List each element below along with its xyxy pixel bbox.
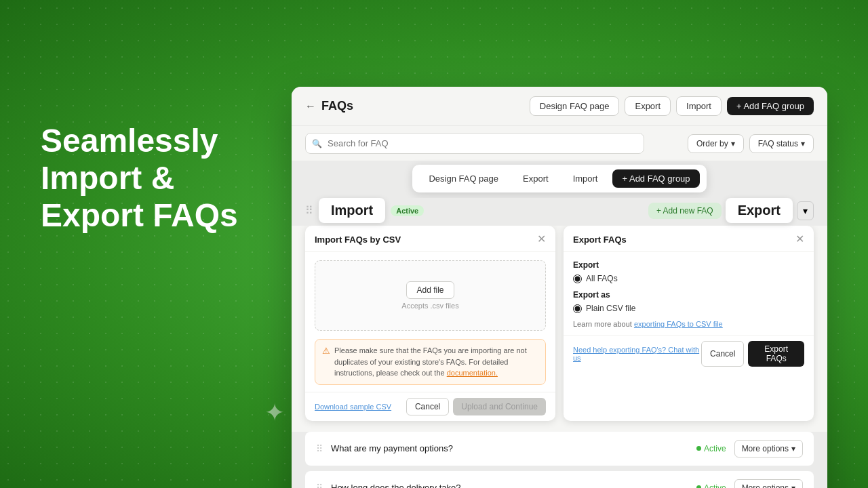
table-row: ⠿ How long does the delivery take? Activ… (305, 471, 814, 489)
star-decoration: ✦ (264, 399, 285, 427)
export-as-title: Export as (573, 290, 804, 300)
float-import-button[interactable]: Import (564, 169, 608, 188)
upload-zone: Add file Accepts .csv files (315, 260, 546, 331)
export-section: Export All FAQs Export as Plain CSV file (564, 252, 814, 313)
add-new-faq-button[interactable]: + Add new FAQ (648, 203, 722, 219)
faq-status-button[interactable]: FAQ status ▾ (749, 134, 814, 153)
float-export-button[interactable]: Export (513, 169, 558, 188)
search-container: 🔍 (305, 133, 644, 154)
export-big-button[interactable]: Export (726, 198, 793, 223)
header-left: ← FAQs (305, 99, 353, 113)
page-title: FAQs (321, 99, 353, 113)
status-dot-icon (696, 485, 701, 488)
float-add-group-button[interactable]: + Add FAQ group (612, 169, 699, 188)
warning-icon: ⚠ (322, 346, 330, 356)
export-all-faqs-radio[interactable] (573, 274, 582, 283)
add-faq-group-button[interactable]: + Add FAQ group (727, 97, 814, 115)
download-sample-link[interactable]: Download sample CSV (315, 403, 391, 411)
more-options-button[interactable]: More options ▾ (734, 440, 803, 458)
faq-list: ⠿ What are my payment options? Active Mo… (292, 432, 827, 489)
faq-question: How long does the delivery take? (331, 483, 688, 488)
learn-more-text: Learn more about exporting FAQs to CSV f… (564, 320, 814, 335)
upload-hint: Accepts .csv files (322, 302, 538, 310)
export-plain-csv-label: Plain CSV file (586, 304, 635, 313)
import-panel-footer: Download sample CSV Cancel Upload and Co… (305, 392, 555, 421)
learn-more-link[interactable]: exporting FAQs to CSV file (634, 320, 723, 328)
import-panel-title: Import FAQs by CSV (315, 235, 401, 245)
export-all-faqs-row: All FAQs (573, 274, 804, 283)
app-window: ← FAQs Design FAQ page Export Import + A… (292, 87, 827, 488)
warning-box: ⚠ Please make sure that the FAQs you are… (315, 339, 546, 385)
upload-continue-button[interactable]: Upload and Continue (453, 398, 546, 415)
toolbar-right: Order by ▾ FAQ status ▾ (688, 134, 814, 153)
chevron-down-icon: ▾ (731, 139, 735, 148)
back-arrow-icon[interactable]: ← (305, 100, 316, 113)
toolbar: 🔍 Order by ▾ FAQ status ▾ (292, 126, 827, 161)
export-section-title: Export (573, 260, 804, 270)
import-footer-buttons: Cancel Upload and Continue (406, 398, 546, 415)
floating-buttons-bar: Design FAQ page Export Import + Add FAQ … (412, 165, 706, 192)
chevron-down-icon: ▾ (791, 444, 795, 453)
design-faq-button[interactable]: Design FAQ page (530, 96, 620, 116)
chevron-down-icon: ▾ (801, 139, 805, 148)
import-panel-header: Import FAQs by CSV ✕ (305, 226, 555, 252)
active-status-badge: Active (391, 205, 424, 216)
panels-row: Import FAQs by CSV ✕ Add file Accepts .c… (292, 226, 827, 432)
export-plain-csv-radio[interactable] (573, 304, 582, 313)
status-badge: Active (696, 483, 726, 489)
export-as-csv-row: Plain CSV file (573, 304, 804, 313)
documentation-link[interactable]: documentation. (447, 369, 498, 377)
float-design-faq-button[interactable]: Design FAQ page (419, 169, 508, 188)
drag-handle-icon: ⠿ (316, 443, 323, 454)
search-input[interactable] (305, 133, 644, 154)
status-dot-icon (696, 446, 701, 451)
warning-text: Please make sure that the FAQs you are i… (334, 345, 538, 379)
export-header-button[interactable]: Export (625, 96, 671, 116)
status-text: Active (704, 444, 726, 453)
order-by-button[interactable]: Order by ▾ (688, 134, 744, 153)
chevron-down-icon: ▾ (791, 483, 795, 489)
app-header: ← FAQs Design FAQ page Export Import + A… (292, 87, 827, 126)
faq-question: What are my payment options? (331, 443, 688, 453)
export-chevron-button[interactable]: ▾ (797, 201, 814, 220)
export-footer-buttons: Cancel Export FAQs (701, 341, 804, 367)
drag-handle-icon: ⠿ (316, 483, 323, 489)
export-all-faqs-label: All FAQs (586, 274, 618, 283)
export-faqs-button[interactable]: Export FAQs (748, 341, 804, 367)
add-file-button[interactable]: Add file (406, 281, 454, 299)
drag-handle-icon: ⠿ (305, 204, 313, 217)
table-row: ⠿ What are my payment options? Active Mo… (305, 432, 814, 466)
status-badge: Active (696, 444, 726, 453)
export-close-button[interactable]: ✕ (795, 234, 804, 245)
search-icon: 🔍 (312, 139, 322, 148)
import-big-button[interactable]: Import (319, 198, 385, 223)
import-header-button[interactable]: Import (676, 96, 722, 116)
export-panel-header: Export FAQs ✕ (564, 226, 814, 252)
hero-text: Seamlessly Import & Export FAQs (41, 122, 271, 235)
chat-with-us-link[interactable]: Need help exporting FAQ's? Chat with us (573, 346, 701, 362)
header-actions: Design FAQ page Export Import + Add FAQ … (530, 96, 814, 116)
import-close-button[interactable]: ✕ (537, 234, 546, 245)
status-text: Active (704, 483, 726, 489)
import-cancel-button[interactable]: Cancel (406, 398, 449, 415)
export-cancel-button[interactable]: Cancel (701, 341, 744, 367)
import-panel: Import FAQs by CSV ✕ Add file Accepts .c… (305, 226, 555, 421)
export-panel-title: Export FAQs (573, 235, 627, 245)
export-panel: Export FAQs ✕ Export All FAQs Export as … (564, 226, 814, 421)
export-help-section: Need help exporting FAQ's? Chat with us … (564, 335, 814, 372)
more-options-button[interactable]: More options ▾ (734, 479, 803, 489)
